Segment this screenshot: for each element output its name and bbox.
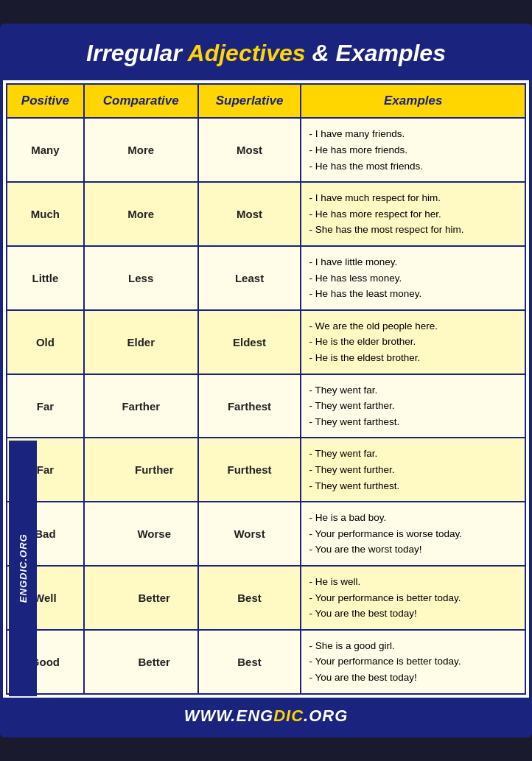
watermark-overlay: ENGDIC.ORG [9, 441, 37, 696]
cell-superlative: Worst [198, 502, 301, 566]
header-examples: Examples [301, 84, 525, 118]
footer-prefix: WWW.ENG [184, 706, 273, 725]
cell-examples: - She is a good girl.- Your performance … [301, 630, 525, 694]
cell-positive: Little [7, 246, 84, 310]
title-prefix: Irregular [86, 40, 188, 66]
header-comparative: Comparative [84, 84, 198, 118]
cell-superlative: Most [198, 118, 301, 182]
cell-positive: Far [7, 374, 84, 438]
cell-superlative: Farthest [198, 374, 301, 438]
cell-superlative: Least [198, 246, 301, 310]
cell-examples: - We are the old people here.- He is the… [301, 310, 525, 374]
cell-comparative: More [84, 118, 198, 182]
cell-comparative: Elder [84, 310, 198, 374]
table-row: MuchMoreMost- I have much respect for hi… [7, 182, 525, 246]
cell-examples: - They went far.- They went farther.- Th… [301, 374, 525, 438]
cell-comparative: Worse [84, 502, 198, 566]
cell-examples: - I have many friends.- He has more frie… [301, 118, 525, 182]
table-row: LittleLessLeast- I have little money.- H… [7, 246, 525, 310]
table-container: ENGDIC.ORG Positive Comparative Superlat… [6, 83, 526, 694]
cell-superlative: Furthest [198, 438, 301, 502]
title-highlight: Adjectives [188, 40, 306, 66]
table-row: FarFartherFarthest- They went far.- They… [7, 374, 525, 438]
cell-comparative: Farther [84, 374, 198, 438]
cell-comparative: Further [84, 438, 198, 502]
table-row: ManyMoreMost- I have many friends.- He h… [7, 118, 525, 182]
cell-examples: - They went far.- They went further.- Th… [301, 438, 525, 502]
cell-comparative: Less [84, 246, 198, 310]
header-superlative: Superlative [198, 84, 301, 118]
table-row: WellBetterBest- He is well.- Your perfor… [7, 566, 525, 630]
cell-superlative: Best [198, 630, 301, 694]
page-title: Irregular Adjectives & Examples [3, 27, 529, 80]
cell-positive: Old [7, 310, 84, 374]
cell-comparative: Better [84, 566, 198, 630]
cell-superlative: Best [198, 566, 301, 630]
footer: WWW.ENGDIC.ORG [3, 698, 529, 734]
adjectives-table: Positive Comparative Superlative Example… [6, 83, 526, 694]
table-row: GoodBetterBest- She is a good girl.- You… [7, 630, 525, 694]
cell-comparative: More [84, 182, 198, 246]
footer-suffix: .ORG [304, 706, 348, 725]
header-positive: Positive [7, 84, 84, 118]
cell-positive: Much [7, 182, 84, 246]
table-row: BadWorseWorst- He is a bad boy.- Your pe… [7, 502, 525, 566]
table-wrapper: ENGDIC.ORG Positive Comparative Superlat… [3, 80, 529, 697]
table-row: FarFurtherFurthest- They went far.- They… [7, 438, 525, 502]
cell-examples: - I have little money.- He has less mone… [301, 246, 525, 310]
cell-positive: Many [7, 118, 84, 182]
cell-examples: - He is well.- Your performance is bette… [301, 566, 525, 630]
cell-superlative: Eldest [198, 310, 301, 374]
cell-examples: - He is a bad boy.- Your performance is … [301, 502, 525, 566]
table-header-row: Positive Comparative Superlative Example… [7, 84, 525, 118]
cell-superlative: Most [198, 182, 301, 246]
cell-examples: - I have much respect for him.- He has m… [301, 182, 525, 246]
table-row: OldElderEldest- We are the old people he… [7, 310, 525, 374]
cell-comparative: Better [84, 630, 198, 694]
title-suffix: & Examples [306, 40, 446, 66]
footer-highlight: DIC [273, 706, 304, 725]
card: Irregular Adjectives & Examples ENGDIC.O… [0, 24, 532, 737]
